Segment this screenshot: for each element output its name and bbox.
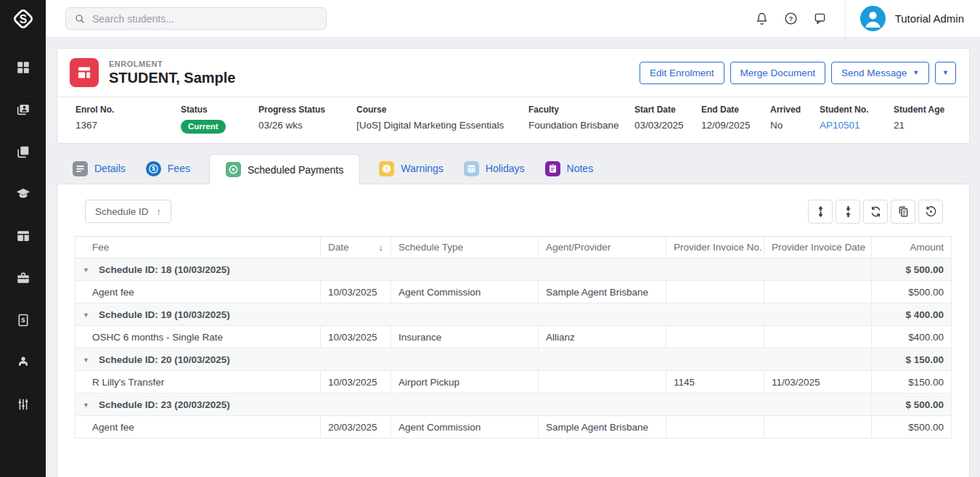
sidebar-item-classes[interactable]: [15, 228, 31, 244]
group-total-cell: $ 400.00: [872, 303, 952, 326]
fees-icon: $: [146, 161, 161, 176]
column-header-schedule-type[interactable]: Schedule Type: [391, 237, 539, 258]
column-header-amount[interactable]: Amount: [872, 237, 952, 258]
field-label: Arrived: [770, 105, 812, 115]
sidebar-item-settings[interactable]: [15, 396, 31, 412]
schedule-type-cell: Agent Commission: [391, 416, 539, 439]
agents-icon: [15, 354, 31, 370]
chat-button[interactable]: [806, 4, 835, 33]
field-value: 03/26 wks: [258, 120, 349, 131]
copy-button[interactable]: [891, 200, 915, 224]
column-header-provider-invoice-date[interactable]: Provider Invoice Date: [764, 237, 872, 258]
tab-scheduled-payments[interactable]: Scheduled Payments: [209, 154, 360, 184]
enrolment-title-row: ENROLMENT STUDENT, Sample Edit Enrolment…: [57, 49, 969, 97]
fee-cell: Agent fee: [75, 281, 321, 303]
edit-enrolment-button[interactable]: Edit Enrolment: [640, 62, 724, 84]
sidebar-item-agents[interactable]: [15, 354, 31, 370]
history-icon: [924, 205, 938, 219]
help-icon: ?: [783, 11, 799, 26]
tab-notes[interactable]: Notes: [544, 153, 595, 184]
sidebar-item-courses[interactable]: [15, 186, 31, 202]
main-area: ENROLMENT STUDENT, Sample Edit Enrolment…: [46, 38, 980, 477]
sort-down-icon: ↓: [379, 242, 384, 253]
notifications-button[interactable]: [748, 4, 777, 33]
chevron-down-icon: ▼: [912, 69, 919, 76]
date-cell: 20/03/2025: [321, 416, 391, 439]
field-value: 03/03/2025: [634, 120, 694, 131]
header-actions: Edit Enrolment Merge Document Send Messa…: [640, 62, 956, 84]
provider-invoice-date-cell: [764, 326, 872, 348]
sidebar-item-enrolments[interactable]: [15, 144, 31, 160]
payment-row[interactable]: OSHC 6 months - Single Rate10/03/2025Ins…: [75, 326, 952, 348]
schedule-type-cell: Insurance: [391, 326, 539, 348]
tab-label: Scheduled Payments: [248, 164, 343, 176]
schedule-group-row[interactable]: ▼Schedule ID: 23 (20/03/2025)$ 500.00: [75, 394, 952, 416]
fee-cell: Agent fee: [75, 416, 321, 439]
collapse-chevron-icon[interactable]: ▼: [83, 401, 89, 409]
user-menu[interactable]: Tutorial Admin: [845, 0, 964, 38]
more-actions-button[interactable]: ▼: [935, 62, 956, 84]
expand-all-icon: [814, 205, 828, 219]
sidebar-item-dashboard[interactable]: [15, 60, 31, 76]
payment-row[interactable]: Agent fee10/03/2025Agent CommissionSampl…: [75, 281, 952, 303]
person-icon: [860, 6, 886, 31]
tab-warnings[interactable]: Warnings: [377, 153, 445, 184]
status-badge: Current: [181, 120, 226, 134]
copy-icon: [897, 205, 910, 219]
payment-row[interactable]: R Lilly's Transfer10/03/2025Airport Pick…: [75, 371, 952, 394]
schedule-group-row[interactable]: ▼Schedule ID: 18 (10/03/2025)$ 500.00: [75, 258, 952, 281]
refresh-button[interactable]: [863, 200, 888, 224]
date-cell: 10/03/2025: [321, 326, 391, 348]
tab-holidays[interactable]: Holidays: [462, 153, 526, 184]
tab-fees[interactable]: $Fees: [144, 153, 192, 184]
app-logo[interactable]: S: [0, 0, 46, 38]
field-label: Student Age: [894, 105, 944, 115]
group-label-cell: ▼Schedule ID: 20 (10/03/2025): [75, 348, 872, 371]
search-input[interactable]: [92, 13, 318, 25]
provider-invoice-date-cell: [764, 416, 872, 439]
date-cell: 10/03/2025: [321, 281, 391, 303]
topbar-right: ? Tutorial Admin: [748, 0, 964, 38]
table-header-row: FeeDate↓Schedule TypeAgent/ProviderProvi…: [75, 237, 952, 258]
history-button[interactable]: [918, 200, 943, 224]
layout-grid-icon: [75, 63, 94, 82]
column-header-provider-invoice-no[interactable]: Provider Invoice No.: [666, 237, 764, 258]
group-label-cell: ▼Schedule ID: 23 (20/03/2025): [75, 394, 872, 416]
schedule-group-row[interactable]: ▼Schedule ID: 19 (10/03/2025)$ 400.00: [75, 303, 952, 326]
sidebar-item-employers[interactable]: [15, 270, 31, 286]
app-root: S $ ?: [0, 0, 980, 477]
help-button[interactable]: ?: [777, 4, 806, 33]
group-total-cell: $ 150.00: [872, 348, 952, 371]
column-header-agent-provider[interactable]: Agent/Provider: [539, 237, 666, 258]
send-message-button[interactable]: Send Message▼: [831, 62, 929, 84]
collapse-chevron-icon[interactable]: ▼: [83, 311, 89, 319]
refresh-icon: [869, 205, 883, 219]
sort-chip-label: Schedule ID: [95, 206, 149, 217]
bell-icon: [754, 11, 769, 26]
dashboard-icon: [15, 60, 31, 76]
tab-label: Fees: [168, 163, 190, 174]
collapse-chevron-icon[interactable]: ▼: [83, 266, 89, 274]
fee-cell: OSHC 6 months - Single Rate: [75, 326, 321, 348]
payment-row[interactable]: Agent fee20/03/2025Agent CommissionSampl…: [75, 416, 952, 439]
provider-invoice-no-cell: 1145: [666, 371, 764, 394]
field-student-no: Student No.AP10501: [820, 105, 894, 134]
tab-details[interactable]: Details: [71, 153, 127, 184]
column-header-date[interactable]: Date↓: [321, 237, 391, 258]
courses-icon: [15, 186, 31, 202]
collapse-chevron-icon[interactable]: ▼: [83, 356, 89, 364]
collapse-all-button[interactable]: [836, 200, 860, 224]
sidebar-item-students[interactable]: [15, 102, 31, 118]
sort-chip-schedule-id[interactable]: Schedule ID ↑: [85, 200, 171, 223]
group-total-cell: $ 500.00: [872, 258, 952, 281]
expand-all-button[interactable]: [808, 200, 833, 224]
field-status: StatusCurrent: [181, 105, 258, 134]
sidebar: S $: [0, 0, 46, 477]
column-header-fee[interactable]: Fee: [75, 237, 321, 258]
chevron-down-icon: ▼: [942, 69, 949, 76]
student-no-link[interactable]: AP10501: [820, 120, 860, 131]
sidebar-nav: $: [15, 60, 31, 412]
sidebar-item-invoices[interactable]: $: [15, 312, 31, 328]
schedule-group-row[interactable]: ▼Schedule ID: 20 (10/03/2025)$ 150.00: [75, 348, 952, 371]
merge-document-button[interactable]: Merge Document: [730, 62, 826, 84]
